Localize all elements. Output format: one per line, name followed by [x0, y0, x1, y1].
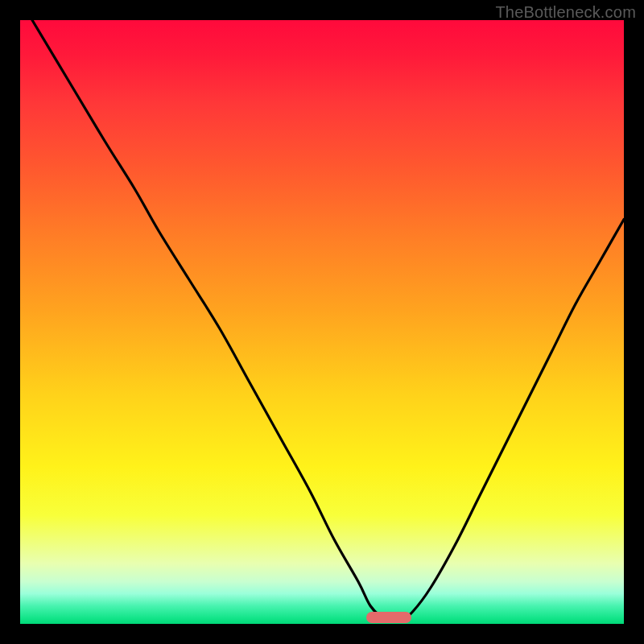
optimum-marker: [366, 612, 411, 623]
curve-left-branch: [32, 20, 389, 621]
attribution-text: TheBottleneck.com: [495, 3, 636, 22]
plot-area: [20, 20, 624, 624]
chart-frame: [20, 20, 624, 624]
curve-right-branch: [401, 220, 625, 621]
bottleneck-curve: [20, 20, 624, 624]
